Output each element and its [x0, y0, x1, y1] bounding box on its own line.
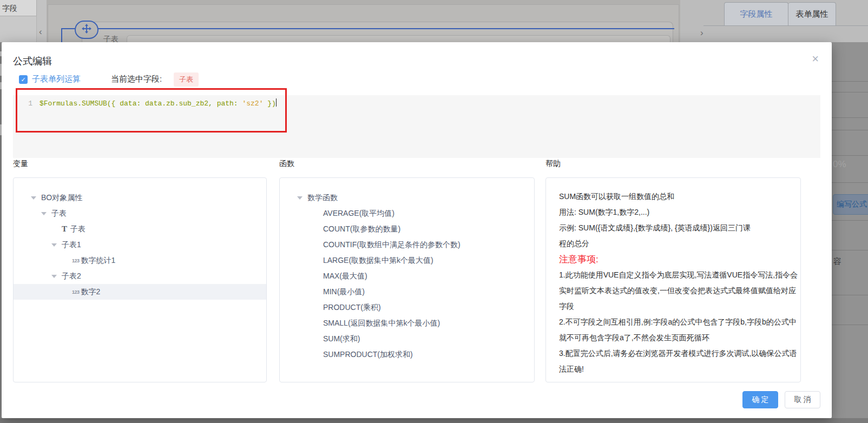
function-item[interactable]: AVERAGE(取平均值) — [280, 206, 534, 221]
move-icon — [81, 23, 92, 36]
variable-label: 子表 — [51, 209, 67, 219]
function-item[interactable]: COUNTIF(取数组中满足条件的参数个数) — [280, 237, 534, 253]
left-panel-background — [0, 16, 37, 42]
tab-form-properties-label: 表单属性 — [796, 9, 828, 19]
selected-field-tag: 子表 — [174, 72, 199, 87]
property-row-divider — [832, 250, 868, 250]
variable-item[interactable]: 123数字统计1 — [14, 253, 266, 268]
selection-outline-corner — [61, 28, 62, 42]
code-text-end: }) — [263, 100, 275, 108]
function-item[interactable]: SUM(求和) — [280, 331, 534, 347]
function-item[interactable]: LARGE(取数据集中第k个最大值) — [280, 253, 534, 268]
function-item[interactable]: PRODUCT(乘积) — [280, 300, 534, 315]
property-row-divider — [832, 81, 868, 82]
selected-field-label: 当前选中字段: — [111, 74, 162, 84]
modal-title: 公式编辑 — [13, 55, 52, 68]
expand-arrow-icon[interactable] — [31, 196, 36, 200]
left-fields-tab: 字段 — [0, 0, 37, 16]
functions-panel: 数学函数AVERAGE(取平均值)COUNT(取参数的数量)COUNTIF(取数… — [279, 177, 535, 382]
formula-code-editor[interactable]: 1$Formulas.SUMSUB({ data: data.zb.sub_zb… — [13, 95, 820, 158]
confirm-button[interactable]: 确定 — [742, 391, 778, 408]
background-bottom — [0, 418, 868, 423]
variables-panel: BO对象属性子表T子表子表1123数字统计1子表2123数字2 — [13, 177, 267, 382]
function-item[interactable]: COUNT(取参数的数量) — [280, 221, 534, 237]
selection-outline — [61, 28, 674, 29]
tab-field-properties: 字段属性 — [724, 2, 788, 26]
help-text-line: SUM函数可以获取一组数值的总和 — [559, 189, 787, 204]
canvas-card: 子表 — [48, 4, 679, 42]
expand-arrow-icon[interactable] — [51, 243, 57, 247]
write-formula-button: 编写公式 — [833, 194, 868, 215]
function-label: PRODUCT(乘积) — [323, 303, 381, 313]
help-text-line: 程的总分 — [559, 236, 787, 252]
function-item[interactable]: MIN(最小值) — [280, 284, 534, 300]
code-string: 'sz2' — [242, 100, 263, 108]
function-item[interactable]: SMALL(返回数据集中第k个最小值) — [280, 315, 534, 331]
help-text-line: 2.不可字段之间互相引用,例:字段a的公式中包含了字段b,字段b的公式中 — [559, 314, 787, 330]
function-label: SMALL(返回数据集中第k个最小值) — [323, 319, 440, 328]
function-label: COUNT(取参数的数量) — [323, 224, 400, 234]
help-notes-heading: 注意事项: — [559, 252, 787, 267]
variable-item[interactable]: 123数字2 — [14, 284, 266, 300]
function-label: SUMPRODUCT(加权求和) — [323, 350, 413, 360]
variable-item[interactable]: 子表 — [14, 206, 266, 221]
property-row-divider — [832, 130, 868, 130]
text-field-icon: T — [62, 224, 67, 234]
property-row-divider — [832, 325, 868, 325]
subtable-column-checkbox[interactable]: ✓ — [19, 75, 28, 84]
function-item[interactable]: 数学函数 — [280, 190, 534, 206]
variables-section-label: 变量 — [13, 159, 28, 169]
variable-item[interactable]: T子表 — [14, 221, 266, 237]
percent-value: 0% — [833, 159, 846, 170]
clipped-property-label: 容 — [833, 256, 841, 267]
help-section-label: 帮助 — [545, 159, 561, 169]
subtable-column-checkbox-label[interactable]: 子表单列运算 — [32, 74, 81, 84]
formula-edit-modal: × 公式编辑 ✓ 子表单列运算 当前选中字段: 子表 1$Formulas.SU… — [2, 42, 832, 418]
expand-arrow-icon[interactable] — [51, 275, 57, 278]
tab-field-properties-label: 字段属性 — [740, 9, 773, 19]
close-icon[interactable]: × — [812, 53, 819, 65]
number-field-icon: 123 — [72, 289, 80, 295]
text-cursor — [276, 98, 277, 107]
function-label: LARGE(取数据集中第k个最大值) — [323, 256, 433, 266]
function-label: SUM(求和) — [323, 334, 360, 344]
tab-form-properties: 表单属性 — [788, 2, 836, 26]
drag-handle — [75, 21, 98, 39]
property-row-divider — [832, 117, 868, 118]
left-fields-tab-label: 字段 — [2, 4, 17, 12]
help-text-line: 用法: SUM(数字1,数字2,...) — [559, 204, 787, 220]
line-number: 1 — [25, 100, 32, 108]
expand-arrow-icon[interactable] — [297, 196, 303, 200]
help-text-line: 字段 — [559, 299, 787, 314]
function-item[interactable]: MAX(最大值) — [280, 268, 534, 284]
canvas-node-label: 子表 — [103, 35, 119, 42]
help-text-line: 1.此功能使用VUE自定义指令为底层实现,写法遵循VUE指令写法,指令会 — [559, 267, 787, 283]
function-label: AVERAGE(取平均值) — [323, 209, 394, 219]
help-text-line: 实时监听文本表达式的值改变,一但改变会把表达式式最终值赋值给对应 — [559, 283, 787, 299]
help-text-line: 3.配置完公式后,请务必在浏览器开发者模式进行多次调试,以确保公式语 — [559, 346, 787, 361]
form-designer-canvas: 子表 — [47, 0, 680, 42]
variable-item[interactable]: 子表2 — [14, 268, 266, 284]
cancel-button[interactable]: 取消 — [785, 391, 820, 408]
help-text-line: 示例: SUM({语文成绩},{数学成绩}, {英语成绩})返回三门课 — [559, 220, 787, 236]
confirm-button-label: 确定 — [752, 395, 771, 405]
left-collapse-handle: ‹ — [37, 0, 47, 42]
variable-item[interactable]: BO对象属性 — [14, 190, 266, 206]
functions-section-label: 函数 — [279, 159, 294, 169]
help-text-line: 就不可再包含字段a了,不然会发生页面死循环 — [559, 330, 787, 346]
property-row-divider — [832, 92, 868, 92]
variable-label: 子表 — [70, 224, 86, 234]
chevron-right-icon: › — [700, 28, 703, 37]
tabbar-divider — [703, 25, 868, 26]
app-root: 字段 ‹ 子表 › — [0, 0, 868, 423]
expand-arrow-icon[interactable] — [41, 212, 47, 215]
function-label: MAX(最大值) — [323, 272, 367, 281]
variable-label: 数字2 — [81, 287, 101, 297]
write-formula-button-label: 编写公式 — [837, 200, 867, 209]
function-item[interactable]: SUMPRODUCT(加权求和) — [280, 347, 534, 362]
variable-item[interactable]: 子表1 — [14, 237, 266, 253]
function-label: MIN(最小值) — [323, 287, 365, 297]
variable-label: BO对象属性 — [41, 193, 82, 203]
property-row-divider — [832, 182, 868, 183]
background-properties-panel: 0% 编写公式 容 — [832, 42, 868, 418]
